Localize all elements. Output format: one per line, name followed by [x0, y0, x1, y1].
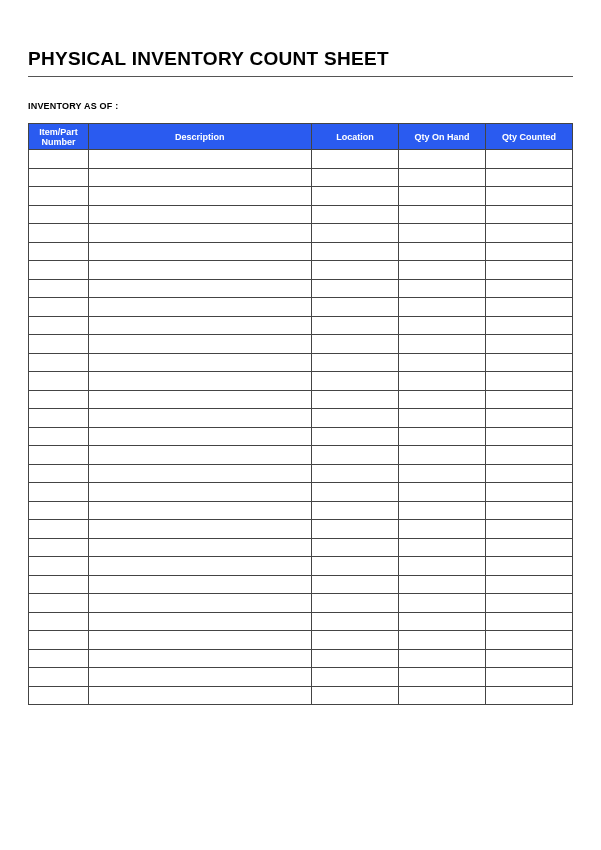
table-row [29, 538, 573, 557]
cell-qty-on-hand [398, 390, 485, 409]
cell-item-part-number [29, 409, 89, 428]
cell-qty-counted [485, 298, 572, 317]
cell-qty-counted [485, 649, 572, 668]
cell-qty-counted [485, 205, 572, 224]
cell-qty-on-hand [398, 279, 485, 298]
cell-qty-on-hand [398, 187, 485, 206]
cell-qty-counted [485, 612, 572, 631]
cell-location [311, 279, 398, 298]
cell-description [88, 446, 311, 465]
table-row [29, 298, 573, 317]
cell-description [88, 261, 311, 280]
header-qty-on-hand: Qty On Hand [398, 124, 485, 150]
cell-item-part-number [29, 372, 89, 391]
cell-description [88, 409, 311, 428]
table-row [29, 464, 573, 483]
cell-description [88, 205, 311, 224]
cell-description [88, 279, 311, 298]
table-row [29, 631, 573, 650]
cell-qty-on-hand [398, 224, 485, 243]
cell-location [311, 686, 398, 705]
table-row [29, 612, 573, 631]
cell-description [88, 353, 311, 372]
cell-qty-counted [485, 316, 572, 335]
cell-item-part-number [29, 446, 89, 465]
cell-location [311, 224, 398, 243]
table-row [29, 372, 573, 391]
inventory-table: Item/Part Number Description Location Qt… [28, 123, 573, 705]
cell-location [311, 187, 398, 206]
cell-description [88, 168, 311, 187]
cell-description [88, 649, 311, 668]
cell-item-part-number [29, 316, 89, 335]
cell-qty-on-hand [398, 150, 485, 169]
cell-location [311, 261, 398, 280]
table-row [29, 205, 573, 224]
cell-qty-on-hand [398, 446, 485, 465]
cell-item-part-number [29, 594, 89, 613]
cell-item-part-number [29, 575, 89, 594]
cell-qty-on-hand [398, 205, 485, 224]
cell-item-part-number [29, 649, 89, 668]
cell-description [88, 464, 311, 483]
cell-item-part-number [29, 464, 89, 483]
cell-qty-on-hand [398, 261, 485, 280]
cell-description [88, 150, 311, 169]
table-row [29, 279, 573, 298]
cell-qty-on-hand [398, 649, 485, 668]
cell-qty-on-hand [398, 427, 485, 446]
cell-item-part-number [29, 686, 89, 705]
table-row [29, 187, 573, 206]
cell-qty-on-hand [398, 316, 485, 335]
table-row [29, 242, 573, 261]
cell-qty-on-hand [398, 409, 485, 428]
cell-qty-on-hand [398, 483, 485, 502]
cell-qty-counted [485, 557, 572, 576]
cell-item-part-number [29, 520, 89, 539]
cell-location [311, 557, 398, 576]
cell-item-part-number [29, 261, 89, 280]
header-location: Location [311, 124, 398, 150]
header-qty-counted: Qty Counted [485, 124, 572, 150]
cell-qty-on-hand [398, 353, 485, 372]
cell-qty-on-hand [398, 594, 485, 613]
cell-location [311, 594, 398, 613]
cell-description [88, 612, 311, 631]
table-row [29, 261, 573, 280]
cell-item-part-number [29, 668, 89, 687]
cell-location [311, 372, 398, 391]
table-row [29, 316, 573, 335]
cell-qty-counted [485, 168, 572, 187]
cell-item-part-number [29, 427, 89, 446]
cell-description [88, 557, 311, 576]
cell-qty-counted [485, 594, 572, 613]
table-header-row: Item/Part Number Description Location Qt… [29, 124, 573, 150]
cell-qty-on-hand [398, 538, 485, 557]
cell-location [311, 427, 398, 446]
cell-qty-counted [485, 483, 572, 502]
cell-item-part-number [29, 150, 89, 169]
table-row [29, 409, 573, 428]
cell-qty-counted [485, 668, 572, 687]
cell-qty-counted [485, 242, 572, 261]
cell-qty-counted [485, 427, 572, 446]
cell-description [88, 390, 311, 409]
cell-qty-counted [485, 501, 572, 520]
cell-location [311, 501, 398, 520]
cell-qty-on-hand [398, 575, 485, 594]
cell-location [311, 168, 398, 187]
cell-item-part-number [29, 501, 89, 520]
cell-qty-counted [485, 575, 572, 594]
cell-location [311, 520, 398, 539]
cell-qty-on-hand [398, 298, 485, 317]
cell-item-part-number [29, 538, 89, 557]
cell-qty-counted [485, 261, 572, 280]
cell-qty-on-hand [398, 168, 485, 187]
cell-item-part-number [29, 298, 89, 317]
table-row [29, 483, 573, 502]
cell-location [311, 612, 398, 631]
cell-description [88, 372, 311, 391]
cell-location [311, 464, 398, 483]
cell-description [88, 538, 311, 557]
cell-qty-counted [485, 372, 572, 391]
